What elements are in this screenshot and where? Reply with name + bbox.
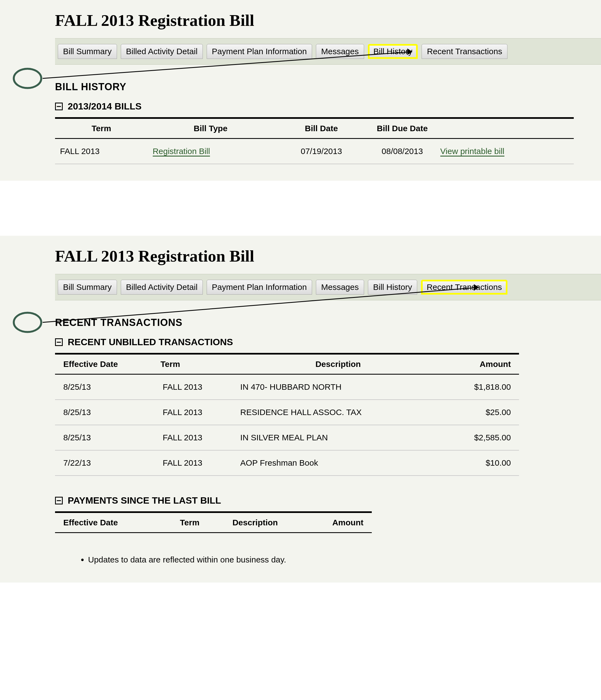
- tab-billed-activity-detail[interactable]: Billed Activity Detail: [121, 44, 203, 59]
- col-term: Term: [158, 354, 235, 374]
- unbilled-label: RECENT UNBILLED TRANSACTIONS: [68, 337, 233, 347]
- collapse-icon[interactable]: −: [55, 338, 63, 346]
- cell-date: 8/25/13: [55, 425, 158, 450]
- cell-amount: $25.00: [441, 400, 519, 425]
- page-title: FALL 2013 Registration Bill: [55, 11, 601, 30]
- collapse-icon[interactable]: −: [55, 497, 63, 504]
- tab-recent-transactions[interactable]: Recent Transactions: [421, 280, 507, 295]
- cell-term: FALL 2013: [158, 374, 235, 400]
- bill-history-table: Term Bill Type Bill Date Bill Due Date F…: [55, 117, 574, 164]
- cell-date: 8/25/13: [55, 400, 158, 425]
- cell-desc: IN SILVER MEAL PLAN: [235, 425, 441, 450]
- cell-term: FALL 2013: [158, 400, 235, 425]
- recent-transactions-heading: RECENT TRANSACTIONS: [55, 317, 601, 328]
- col-eff-date: Effective Date: [55, 512, 168, 533]
- cell-term: FALL 2013: [158, 450, 235, 476]
- col-action: [435, 118, 574, 139]
- col-eff-date: Effective Date: [55, 354, 158, 374]
- cell-desc: IN 470- HUBBARD NORTH: [235, 374, 441, 400]
- tab-recent-transactions[interactable]: Recent Transactions: [422, 44, 507, 59]
- tab-messages[interactable]: Messages: [316, 280, 364, 295]
- cell-amount: $2,585.00: [441, 425, 519, 450]
- tab-bill-summary[interactable]: Bill Summary: [58, 280, 117, 295]
- cell-date: 7/22/13: [55, 450, 158, 476]
- cell-due-date: 08/08/2013: [369, 139, 435, 164]
- svg-point-0: [14, 69, 41, 88]
- col-term: Term: [168, 512, 211, 533]
- tab-billed-activity-detail[interactable]: Billed Activity Detail: [121, 280, 203, 295]
- cell-desc: RESIDENCE HALL ASSOC. TAX: [235, 400, 441, 425]
- col-bill-type: Bill Type: [148, 118, 273, 139]
- col-amount: Amount: [299, 512, 372, 533]
- tab-bill-summary[interactable]: Bill Summary: [58, 44, 117, 59]
- table-row: FALL 2013 Registration Bill 07/19/2013 0…: [55, 139, 574, 164]
- payments-table: Effective Date Term Description Amount: [55, 511, 372, 533]
- page-title: FALL 2013 Registration Bill: [55, 247, 601, 266]
- notes-list: Updates to data are reflected within one…: [77, 555, 601, 565]
- bill-type-link[interactable]: Registration Bill: [153, 147, 210, 156]
- note-item: Updates to data are reflected within one…: [88, 555, 601, 565]
- tab-bill-history[interactable]: Bill History: [368, 44, 418, 59]
- bill-group-label: 2013/2014 BILLS: [68, 101, 141, 112]
- col-desc: Description: [211, 512, 299, 533]
- col-desc: Description: [235, 354, 441, 374]
- col-amount: Amount: [441, 354, 519, 374]
- collapse-icon[interactable]: −: [55, 103, 63, 110]
- payments-label: PAYMENTS SINCE THE LAST BILL: [68, 495, 221, 506]
- svg-point-3: [14, 313, 41, 332]
- tab-bill-history[interactable]: Bill History: [368, 280, 417, 295]
- table-row: 8/25/13 FALL 2013 IN SILVER MEAL PLAN $2…: [55, 425, 519, 450]
- tab-payment-plan-information[interactable]: Payment Plan Information: [207, 280, 312, 295]
- tab-bar: Bill Summary Billed Activity Detail Paym…: [55, 38, 601, 65]
- view-printable-bill-link[interactable]: View printable bill: [440, 147, 504, 156]
- col-term: Term: [55, 118, 148, 139]
- cell-date: 8/25/13: [55, 374, 158, 400]
- cell-amount: $1,818.00: [441, 374, 519, 400]
- bill-history-heading: BILL HISTORY: [55, 81, 601, 93]
- unbilled-transactions-table: Effective Date Term Description Amount 8…: [55, 353, 519, 476]
- table-row: 8/25/13 FALL 2013 IN 470- HUBBARD NORTH …: [55, 374, 519, 400]
- cell-term: FALL 2013: [158, 425, 235, 450]
- tab-bar: Bill Summary Billed Activity Detail Paym…: [55, 274, 601, 300]
- table-row: 7/22/13 FALL 2013 AOP Freshman Book $10.…: [55, 450, 519, 476]
- table-row: 8/25/13 FALL 2013 RESIDENCE HALL ASSOC. …: [55, 400, 519, 425]
- col-bill-due-date: Bill Due Date: [369, 118, 435, 139]
- tab-messages[interactable]: Messages: [316, 44, 364, 59]
- tab-payment-plan-information[interactable]: Payment Plan Information: [207, 44, 312, 59]
- cell-amount: $10.00: [441, 450, 519, 476]
- cell-term: FALL 2013: [55, 139, 148, 164]
- cell-desc: AOP Freshman Book: [235, 450, 441, 476]
- col-bill-date: Bill Date: [273, 118, 369, 139]
- cell-bill-date: 07/19/2013: [273, 139, 369, 164]
